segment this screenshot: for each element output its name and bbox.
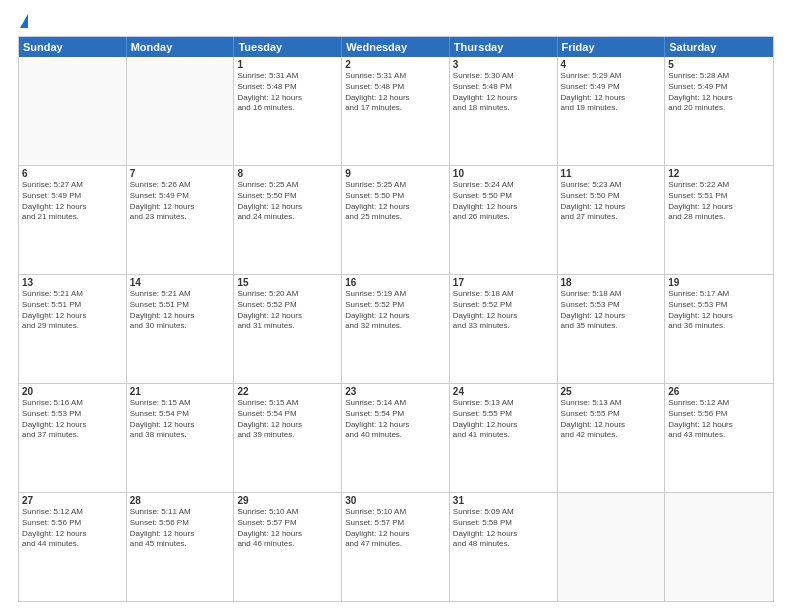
page: SundayMondayTuesdayWednesdayThursdayFrid…	[0, 0, 792, 612]
cell-info-line: Daylight: 12 hours	[22, 202, 123, 213]
cell-info-line: and 39 minutes.	[237, 430, 338, 441]
weekday-header-sunday: Sunday	[19, 37, 127, 57]
cell-info-line: Daylight: 12 hours	[453, 529, 554, 540]
cell-info-line: Daylight: 12 hours	[561, 93, 662, 104]
day-number: 2	[345, 59, 446, 70]
cell-info-line: Sunrise: 5:10 AM	[237, 507, 338, 518]
cell-info-line: Daylight: 12 hours	[345, 311, 446, 322]
cell-info-line: Sunset: 5:49 PM	[561, 82, 662, 93]
cell-info-line: Daylight: 12 hours	[130, 420, 231, 431]
day-cell-26: 26Sunrise: 5:12 AMSunset: 5:56 PMDayligh…	[665, 384, 773, 492]
day-number: 1	[237, 59, 338, 70]
calendar-week-4: 20Sunrise: 5:16 AMSunset: 5:53 PMDayligh…	[19, 383, 773, 492]
day-cell-27: 27Sunrise: 5:12 AMSunset: 5:56 PMDayligh…	[19, 493, 127, 601]
cell-info-line: and 25 minutes.	[345, 212, 446, 223]
cell-info-line: and 46 minutes.	[237, 539, 338, 550]
day-cell-4: 4Sunrise: 5:29 AMSunset: 5:49 PMDaylight…	[558, 57, 666, 165]
day-cell-24: 24Sunrise: 5:13 AMSunset: 5:55 PMDayligh…	[450, 384, 558, 492]
cell-info-line: Daylight: 12 hours	[130, 202, 231, 213]
cell-info-line: Sunset: 5:51 PM	[22, 300, 123, 311]
cell-info-line: and 28 minutes.	[668, 212, 770, 223]
cell-info-line: Daylight: 12 hours	[668, 202, 770, 213]
weekday-header-wednesday: Wednesday	[342, 37, 450, 57]
cell-info-line: Sunrise: 5:22 AM	[668, 180, 770, 191]
cell-info-line: and 48 minutes.	[453, 539, 554, 550]
cell-info-line: Sunrise: 5:30 AM	[453, 71, 554, 82]
cell-info-line: and 27 minutes.	[561, 212, 662, 223]
cell-info-line: Sunset: 5:48 PM	[453, 82, 554, 93]
day-number: 19	[668, 277, 770, 288]
cell-info-line: Sunrise: 5:28 AM	[668, 71, 770, 82]
cell-info-line: and 16 minutes.	[237, 103, 338, 114]
empty-cell	[19, 57, 127, 165]
cell-info-line: Sunset: 5:52 PM	[453, 300, 554, 311]
day-number: 28	[130, 495, 231, 506]
cell-info-line: Sunrise: 5:14 AM	[345, 398, 446, 409]
logo-icon	[20, 14, 28, 28]
calendar-week-2: 6Sunrise: 5:27 AMSunset: 5:49 PMDaylight…	[19, 165, 773, 274]
cell-info-line: Sunset: 5:57 PM	[345, 518, 446, 529]
day-cell-5: 5Sunrise: 5:28 AMSunset: 5:49 PMDaylight…	[665, 57, 773, 165]
day-cell-17: 17Sunrise: 5:18 AMSunset: 5:52 PMDayligh…	[450, 275, 558, 383]
cell-info-line: Daylight: 12 hours	[22, 311, 123, 322]
cell-info-line: Sunset: 5:53 PM	[561, 300, 662, 311]
cell-info-line: Sunset: 5:50 PM	[453, 191, 554, 202]
cell-info-line: and 19 minutes.	[561, 103, 662, 114]
empty-cell	[558, 493, 666, 601]
cell-info-line: and 30 minutes.	[130, 321, 231, 332]
calendar-week-5: 27Sunrise: 5:12 AMSunset: 5:56 PMDayligh…	[19, 492, 773, 601]
empty-cell	[127, 57, 235, 165]
cell-info-line: Sunrise: 5:31 AM	[237, 71, 338, 82]
cell-info-line: Sunrise: 5:12 AM	[668, 398, 770, 409]
day-number: 10	[453, 168, 554, 179]
day-cell-20: 20Sunrise: 5:16 AMSunset: 5:53 PMDayligh…	[19, 384, 127, 492]
header	[18, 14, 774, 28]
cell-info-line: and 32 minutes.	[345, 321, 446, 332]
day-cell-22: 22Sunrise: 5:15 AMSunset: 5:54 PMDayligh…	[234, 384, 342, 492]
cell-info-line: Sunset: 5:49 PM	[130, 191, 231, 202]
day-number: 17	[453, 277, 554, 288]
cell-info-line: Sunrise: 5:24 AM	[453, 180, 554, 191]
cell-info-line: Sunrise: 5:11 AM	[130, 507, 231, 518]
cell-info-line: Sunset: 5:54 PM	[237, 409, 338, 420]
cell-info-line: Sunrise: 5:09 AM	[453, 507, 554, 518]
day-number: 18	[561, 277, 662, 288]
day-cell-9: 9Sunrise: 5:25 AMSunset: 5:50 PMDaylight…	[342, 166, 450, 274]
day-number: 9	[345, 168, 446, 179]
day-cell-7: 7Sunrise: 5:26 AMSunset: 5:49 PMDaylight…	[127, 166, 235, 274]
cell-info-line: Sunrise: 5:12 AM	[22, 507, 123, 518]
cell-info-line: and 37 minutes.	[22, 430, 123, 441]
cell-info-line: Sunset: 5:56 PM	[130, 518, 231, 529]
weekday-header-monday: Monday	[127, 37, 235, 57]
cell-info-line: and 38 minutes.	[130, 430, 231, 441]
day-number: 7	[130, 168, 231, 179]
cell-info-line: Sunrise: 5:20 AM	[237, 289, 338, 300]
cell-info-line: Sunset: 5:52 PM	[237, 300, 338, 311]
cell-info-line: Daylight: 12 hours	[237, 93, 338, 104]
cell-info-line: Daylight: 12 hours	[668, 311, 770, 322]
cell-info-line: Sunrise: 5:19 AM	[345, 289, 446, 300]
day-cell-11: 11Sunrise: 5:23 AMSunset: 5:50 PMDayligh…	[558, 166, 666, 274]
cell-info-line: Sunrise: 5:10 AM	[345, 507, 446, 518]
day-cell-2: 2Sunrise: 5:31 AMSunset: 5:48 PMDaylight…	[342, 57, 450, 165]
logo	[18, 14, 28, 28]
cell-info-line: and 24 minutes.	[237, 212, 338, 223]
day-cell-8: 8Sunrise: 5:25 AMSunset: 5:50 PMDaylight…	[234, 166, 342, 274]
calendar-header: SundayMondayTuesdayWednesdayThursdayFrid…	[19, 37, 773, 57]
cell-info-line: Daylight: 12 hours	[561, 420, 662, 431]
cell-info-line: Sunrise: 5:18 AM	[561, 289, 662, 300]
day-cell-29: 29Sunrise: 5:10 AMSunset: 5:57 PMDayligh…	[234, 493, 342, 601]
cell-info-line: Daylight: 12 hours	[345, 529, 446, 540]
cell-info-line: Daylight: 12 hours	[668, 93, 770, 104]
day-number: 12	[668, 168, 770, 179]
cell-info-line: Daylight: 12 hours	[345, 420, 446, 431]
cell-info-line: Sunset: 5:48 PM	[237, 82, 338, 93]
day-cell-3: 3Sunrise: 5:30 AMSunset: 5:48 PMDaylight…	[450, 57, 558, 165]
cell-info-line: Sunset: 5:49 PM	[668, 82, 770, 93]
day-number: 25	[561, 386, 662, 397]
cell-info-line: and 18 minutes.	[453, 103, 554, 114]
cell-info-line: Sunset: 5:49 PM	[22, 191, 123, 202]
cell-info-line: Sunset: 5:48 PM	[345, 82, 446, 93]
cell-info-line: Sunrise: 5:15 AM	[130, 398, 231, 409]
cell-info-line: Daylight: 12 hours	[453, 420, 554, 431]
